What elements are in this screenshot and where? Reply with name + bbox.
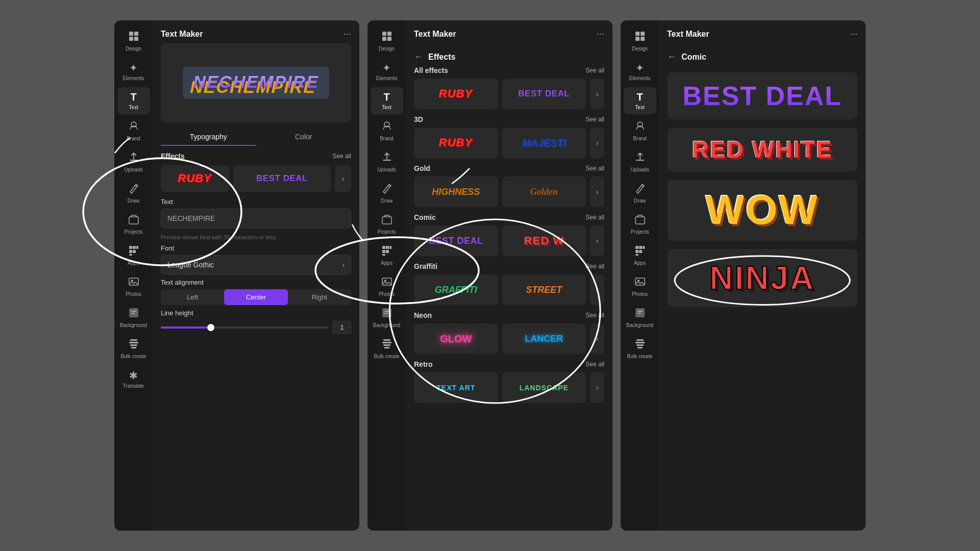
p3-wow-item[interactable]: WOW bbox=[667, 180, 857, 241]
p2-landscape-card[interactable]: LANDSCAPE bbox=[502, 372, 586, 403]
p2-elements-icon: ✦ bbox=[382, 62, 391, 74]
p2-majesti-card[interactable]: MAJESTI bbox=[502, 128, 586, 158]
p2-textart-card[interactable]: TEXT ART bbox=[414, 372, 498, 403]
p3-sidebar-apps[interactable]: Apps bbox=[624, 241, 656, 270]
p3-sidebar-photos[interactable]: Photos bbox=[624, 272, 656, 301]
graffiti-see-all[interactable]: See all bbox=[585, 263, 604, 270]
effect-best-deal[interactable]: BEST DEAL bbox=[233, 165, 331, 192]
sidebar-item-uploads[interactable]: Uploads bbox=[117, 147, 150, 177]
sidebar-item-apps[interactable]: Apps bbox=[117, 241, 150, 270]
p2-sidebar-text[interactable]: T Text bbox=[371, 87, 403, 114]
p2-3d-arrow[interactable]: › bbox=[590, 128, 604, 158]
sidebar-item-translate[interactable]: ✱ Translate bbox=[117, 365, 150, 393]
sidebar-label-design: Design bbox=[126, 46, 141, 52]
p2-neon-arrow[interactable]: › bbox=[590, 323, 604, 354]
p2-sidebar-background[interactable]: Background bbox=[371, 303, 403, 332]
retro-see-all[interactable]: See all bbox=[585, 361, 604, 368]
comic-see-all[interactable]: See all bbox=[585, 214, 604, 221]
svg-rect-10 bbox=[133, 250, 136, 253]
p3-sidebar-projects[interactable]: Projects bbox=[624, 210, 656, 239]
3d-see-all[interactable]: See all bbox=[585, 116, 604, 123]
panel2-content: Text Maker ··· ← Effects All effects See… bbox=[406, 20, 612, 531]
panel-2: Design ✦ Elements T Text Brand Uploads bbox=[368, 20, 612, 531]
p2-sidebar-draw[interactable]: Draw bbox=[371, 179, 403, 208]
p2-sidebar-apps[interactable]: Apps bbox=[371, 241, 403, 270]
sidebar-item-draw[interactable]: Draw bbox=[117, 179, 150, 208]
p2-lancer-card[interactable]: LANCER bbox=[502, 323, 586, 354]
panel2-dots[interactable]: ··· bbox=[597, 29, 604, 39]
sidebar-item-background[interactable]: Background bbox=[117, 303, 150, 332]
p2-highness-card[interactable]: HIGHNESS bbox=[414, 177, 498, 207]
p3-sidebar-elements[interactable]: ✦ Elements bbox=[624, 58, 656, 85]
sidebar-item-bulk[interactable]: Bulk create bbox=[117, 334, 150, 363]
p2-comic-arrow[interactable]: › bbox=[590, 226, 604, 256]
p3-best-deal-item[interactable]: BEST DEAL bbox=[667, 72, 857, 119]
p3-red-white-item[interactable]: RED WHITE bbox=[667, 128, 857, 171]
p3-sidebar-background[interactable]: Background bbox=[624, 303, 656, 332]
sidebar-item-photos[interactable]: Photos bbox=[117, 272, 150, 301]
graffiti-card-1[interactable]: GRAFFITI bbox=[414, 274, 498, 305]
p2-glow-card[interactable]: GLOW bbox=[414, 323, 498, 354]
p2-red-w-card[interactable]: RED W bbox=[502, 226, 586, 256]
sidebar-item-brand[interactable]: Brand bbox=[117, 116, 150, 145]
p3-sidebar-bulk[interactable]: Bulk create bbox=[624, 334, 656, 363]
p2-comic-best-card[interactable]: BEST DEAL bbox=[414, 226, 498, 256]
all-effects-see-all[interactable]: See all bbox=[585, 67, 604, 74]
line-height-track[interactable] bbox=[161, 327, 328, 329]
panel3-dots[interactable]: ··· bbox=[850, 29, 857, 39]
align-center-button[interactable]: Center bbox=[224, 289, 287, 305]
sidebar-item-text[interactable]: T Text bbox=[117, 87, 150, 114]
p3-sidebar-text[interactable]: T Text bbox=[624, 87, 656, 114]
p2-sidebar-photos[interactable]: Photos bbox=[371, 272, 403, 301]
3d-row: RUBY MAJESTI › bbox=[414, 128, 604, 158]
sidebar-item-elements[interactable]: ✦ Elements bbox=[117, 58, 150, 85]
font-selector[interactable]: League Gothic › bbox=[161, 255, 351, 274]
tab-typography[interactable]: Typography bbox=[161, 129, 256, 146]
p2-sidebar-elements[interactable]: ✦ Elements bbox=[371, 58, 403, 85]
text-input-field[interactable] bbox=[161, 209, 351, 228]
p2-sidebar-brand[interactable]: Brand bbox=[371, 116, 403, 145]
effect-ruby[interactable]: RUBY bbox=[161, 165, 229, 192]
retro-section: Retro See all TEXT ART LANDSCAPE › bbox=[406, 360, 612, 409]
align-right-button[interactable]: Right bbox=[288, 289, 351, 305]
effect-arrow[interactable]: › bbox=[335, 165, 351, 192]
p2-graffiti-arrow[interactable]: › bbox=[590, 274, 604, 305]
p2-ruby-card[interactable]: RUBY bbox=[414, 79, 498, 109]
graffiti-card-2[interactable]: STREET bbox=[502, 274, 586, 305]
p3-sidebar-uploads[interactable]: Uploads bbox=[624, 147, 656, 177]
font-label: Font bbox=[161, 244, 351, 252]
svg-rect-11 bbox=[129, 254, 132, 256]
p3-sidebar-design[interactable]: Design bbox=[624, 27, 656, 56]
line-height-thumb[interactable] bbox=[207, 324, 214, 331]
p2-golden-card[interactable]: Golden bbox=[502, 177, 586, 207]
p2-retro-arrow[interactable]: › bbox=[590, 372, 604, 403]
neon-see-all[interactable]: See all bbox=[585, 312, 604, 319]
p2-best-deal-card[interactable]: BEST DEAL bbox=[502, 79, 586, 109]
p3-sidebar-brand[interactable]: Brand bbox=[624, 116, 656, 145]
p2-sidebar-projects[interactable]: Projects bbox=[371, 210, 403, 239]
p3-best-deal-text: BEST DEAL bbox=[682, 83, 842, 109]
gold-see-all[interactable]: See all bbox=[585, 165, 604, 172]
svg-rect-18 bbox=[131, 347, 136, 348]
p2-sidebar-design-label: Design bbox=[379, 46, 395, 52]
panel3-back-button[interactable]: ← bbox=[667, 52, 676, 62]
p2-sidebar-uploads[interactable]: Uploads bbox=[371, 147, 403, 177]
p3-sidebar-draw[interactable]: Draw bbox=[624, 179, 656, 208]
text-label: Text bbox=[161, 198, 351, 206]
sidebar-item-design[interactable]: Design bbox=[117, 27, 150, 56]
svg-rect-0 bbox=[129, 32, 133, 36]
p2-sidebar-design[interactable]: Design bbox=[371, 27, 403, 56]
panel2-back-button[interactable]: ← bbox=[414, 52, 423, 62]
effects-see-all[interactable]: See all bbox=[332, 153, 351, 160]
p2-all-arrow[interactable]: › bbox=[590, 79, 604, 109]
panel3-items: BEST DEAL RED WHITE WOW NINJA bbox=[659, 66, 866, 313]
panel1-dots[interactable]: ··· bbox=[344, 29, 351, 39]
p3-ninja-item[interactable]: NINJA bbox=[667, 249, 857, 307]
tab-color[interactable]: Color bbox=[256, 129, 352, 146]
p2-gold-arrow[interactable]: › bbox=[590, 177, 604, 207]
p2-sidebar-bulk[interactable]: Bulk create bbox=[371, 334, 403, 363]
sidebar-label-draw: Draw bbox=[128, 198, 139, 204]
align-left-button[interactable]: Left bbox=[161, 289, 224, 305]
p2-ruby-3d[interactable]: RUBY bbox=[414, 128, 498, 158]
sidebar-item-projects[interactable]: Projects bbox=[117, 210, 150, 239]
